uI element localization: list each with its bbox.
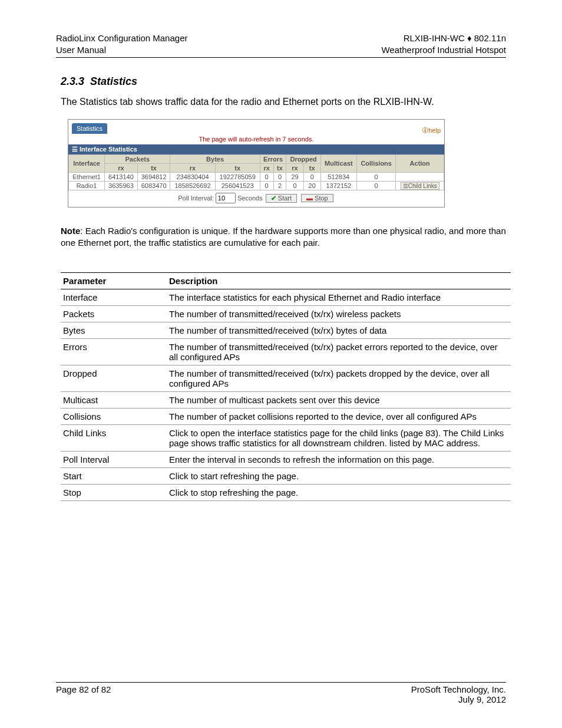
header-right-title: RLXIB-IHN-WC ♦ 802.11n: [381, 32, 506, 44]
note-text: Note: Each Radio's configuration is uniq…: [61, 225, 506, 249]
col-multicast: Multicast: [320, 154, 356, 172]
section-heading: 2.3.3 Statistics: [61, 75, 506, 88]
header-left-sub: User Manual: [56, 44, 187, 56]
header-left-title: RadioLinx Configuration Manager: [56, 32, 187, 44]
stop-button[interactable]: ▬Stop: [301, 194, 333, 202]
col-errors: Errors: [260, 154, 286, 163]
param-header: Parameter: [61, 273, 167, 289]
poll-interval-label: Poll Interval:: [178, 195, 214, 202]
poll-interval-input[interactable]: [216, 193, 236, 203]
footer-company: ProSoft Technology, Inc.: [411, 684, 506, 694]
section-number: 2.3.3: [61, 75, 84, 87]
help-link[interactable]: 🛈help: [422, 127, 441, 134]
auto-refresh-message: The page will auto-refresh in 7 seconds.: [68, 134, 444, 144]
tab-statistics[interactable]: Statistics: [72, 123, 107, 134]
poll-controls: Poll Interval: Seconds ✔Start ▬Stop: [68, 190, 444, 207]
col-action: Action: [396, 154, 444, 172]
section-name: Statistics: [90, 75, 137, 87]
statistics-panel: Statistics 🛈help The page will auto-refr…: [68, 119, 445, 207]
child-links-button[interactable]: ☰Child Links: [401, 182, 439, 190]
seconds-label: Seconds: [237, 195, 263, 202]
statistics-table: Interface Packets Bytes Errors Dropped M…: [68, 154, 444, 190]
col-collisions: Collisions: [356, 154, 396, 172]
header-right-sub: Weatherproof Industrial Hotspot: [381, 44, 506, 56]
intro-text: The Statistics tab shows traffic data fo…: [61, 96, 506, 108]
footer-page: Page 82 of 82: [56, 684, 111, 704]
panel-header: ☰ Interface Statistics: [68, 144, 444, 154]
footer-date: July 9, 2012: [411, 694, 506, 704]
page-header: RadioLinx Configuration Manager User Man…: [56, 32, 506, 58]
page-footer: Page 82 of 82 ProSoft Technology, Inc. J…: [56, 682, 506, 704]
desc-header: Description: [167, 273, 511, 289]
parameter-table: Parameter Description InterfaceThe inter…: [61, 272, 511, 501]
col-packets: Packets: [105, 154, 170, 163]
table-row: Radio1 3635963 6083470 1858526692 256041…: [69, 181, 444, 190]
col-dropped: Dropped: [286, 154, 320, 163]
col-bytes: Bytes: [170, 154, 260, 163]
start-button[interactable]: ✔Start: [266, 194, 297, 203]
col-interface: Interface: [69, 154, 105, 172]
table-row: Ethernet1 6413140 3694812 234830404 1922…: [69, 172, 444, 181]
